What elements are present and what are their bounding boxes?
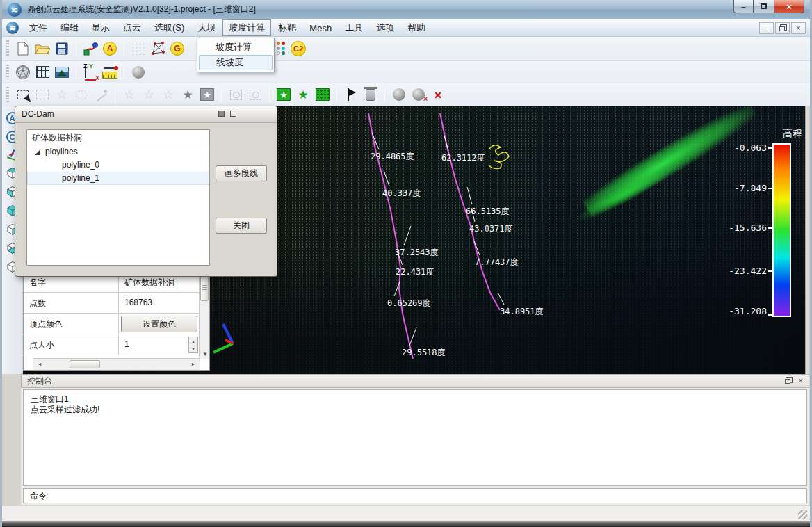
grid-icon[interactable] xyxy=(33,63,52,81)
menu-dam[interactable]: 大坝 xyxy=(191,19,222,36)
label-leader-lines xyxy=(372,133,504,346)
annotation-a-icon[interactable]: A xyxy=(100,40,120,58)
save-icon[interactable] xyxy=(52,40,72,58)
lasso-select-icon[interactable] xyxy=(72,86,91,104)
property-hscrollbar[interactable]: ◄ ► xyxy=(33,358,200,370)
tree-node-polyline0[interactable]: polyline_0 xyxy=(27,159,209,172)
menu-select[interactable]: 选取(S) xyxy=(148,19,190,36)
sphere-tool-icon[interactable] xyxy=(389,86,409,104)
menu-mesh[interactable]: Mesh xyxy=(303,21,338,35)
cancel-delete-icon[interactable]: × xyxy=(428,86,448,104)
delete-selection-icon[interactable] xyxy=(361,86,380,104)
c2-transform-icon[interactable]: C2 xyxy=(289,40,308,58)
angle-label: 66.5135度 xyxy=(466,206,510,218)
dcdam-title-text: DC-Dam xyxy=(22,109,54,119)
keep-selection-icon[interactable]: ★ xyxy=(274,86,293,104)
mdi-minimize-button[interactable]: – xyxy=(759,22,774,34)
open-file-icon[interactable] xyxy=(33,40,52,58)
point-size-spinner[interactable]: ▴▾ xyxy=(188,337,198,353)
yellow-scribble xyxy=(489,145,509,169)
flag-icon[interactable] xyxy=(341,86,361,104)
console-float-icon[interactable] xyxy=(785,379,790,384)
vscroll-thumb[interactable] xyxy=(200,273,209,301)
console-line: 点云采样过滤成功! xyxy=(31,405,799,415)
viewport-scrollbar[interactable] xyxy=(805,106,812,374)
mdi-restore-button[interactable] xyxy=(775,22,790,34)
console-close-icon[interactable]: × xyxy=(799,377,803,384)
set-color-button[interactable]: 设置颜色 xyxy=(121,316,197,332)
toolbar-separator xyxy=(124,65,124,80)
sphere-remove-icon[interactable]: × xyxy=(409,86,428,104)
crop-inside-icon[interactable] xyxy=(226,86,245,104)
menu-file[interactable]: 文件 xyxy=(23,19,54,36)
select-add-icon[interactable]: ☆ xyxy=(120,86,139,104)
rectangle-select-icon[interactable] xyxy=(33,86,52,104)
minimize-button[interactable]: – xyxy=(733,0,754,13)
render-sphere-icon[interactable] xyxy=(129,63,148,81)
hscroll-thumb[interactable] xyxy=(70,360,100,368)
new-file-icon[interactable] xyxy=(13,40,33,58)
select-region-icon[interactable]: ★ xyxy=(197,86,217,104)
mdi-close-button[interactable]: × xyxy=(791,22,806,34)
select-all-icon[interactable]: ★ xyxy=(178,86,197,104)
sparse-points-icon[interactable] xyxy=(129,40,148,58)
hscroll-left-icon[interactable]: ◄ xyxy=(35,360,44,368)
titlebar[interactable]: ≋ 鼎创点云处理系统(安全监测)V2.1.0[32]-1.project - [… xyxy=(2,0,810,19)
dcdam-pin-icon[interactable] xyxy=(218,111,225,117)
console-titlebar[interactable]: 控制台 × xyxy=(21,374,809,388)
menu-target[interactable]: 标靶 xyxy=(272,19,302,36)
dcdam-titlebar[interactable]: DC-Dam xyxy=(15,106,277,123)
menu-item-line-slope[interactable]: 线坡度 xyxy=(199,55,273,70)
polyline-pick-icon[interactable] xyxy=(91,86,111,104)
menu-item-slope-calc[interactable]: 坡度计算 xyxy=(199,40,273,55)
mdi-window-controls: – × xyxy=(759,22,806,34)
hscroll-right-icon[interactable]: ► xyxy=(188,360,198,368)
menu-display[interactable]: 显示 xyxy=(86,19,116,36)
menu-slope-calc[interactable]: 坡度计算 xyxy=(222,19,271,36)
terrain-image-icon[interactable] xyxy=(52,63,72,81)
property-vscrollbar[interactable]: ▼ xyxy=(199,272,209,359)
command-input[interactable]: 命令: xyxy=(23,488,807,503)
point-size-field[interactable]: 1 ▴▾ xyxy=(119,334,200,355)
mdi-child-icon[interactable]: ≋ xyxy=(6,22,19,34)
property-table: 名字 矿体数据补洞 点数 168763 顶点颜色 设置颜色 点大小 1 ▴▾ ▼ xyxy=(23,271,210,371)
toolbar-selection: ☆ ☆ ☆ ☆ ★ ★ ★ ★ × × xyxy=(2,83,810,106)
menu-options[interactable]: 选项 xyxy=(370,19,400,36)
menu-pointcloud[interactable]: 点云 xyxy=(117,19,147,36)
menu-edit[interactable]: 编辑 xyxy=(54,19,85,36)
geoid-g-icon[interactable]: G xyxy=(168,40,187,58)
dcdam-float-icon[interactable] xyxy=(230,111,236,117)
green-star-icon[interactable]: ★ xyxy=(293,86,313,104)
menu-help[interactable]: 帮助 xyxy=(401,19,432,36)
window-title: 鼎创点云处理系统(安全监测)V2.1.0[32]-1.project - [三维… xyxy=(27,3,256,15)
toolbar-separator xyxy=(221,87,222,102)
pick-cursor-icon[interactable] xyxy=(13,86,33,104)
segment-points-icon[interactable] xyxy=(313,86,332,104)
toolbar-grip[interactable] xyxy=(6,65,9,80)
close-button[interactable]: × xyxy=(774,0,804,13)
select-subtract-icon[interactable]: ☆ xyxy=(139,86,159,104)
vscroll-down-icon[interactable]: ▼ xyxy=(202,351,208,357)
tree-node-ploylines[interactable]: ploylines xyxy=(27,145,209,159)
draw-polyline-button[interactable]: 画多段线 xyxy=(216,165,267,181)
angle-label: 40.337度 xyxy=(382,188,421,200)
resize-grip[interactable] xyxy=(798,510,807,519)
polygon-select-icon[interactable]: ☆ xyxy=(52,86,72,104)
toolbar-separator xyxy=(336,87,337,102)
close-panel-button[interactable]: 关闭 xyxy=(216,218,267,234)
expander-icon[interactable] xyxy=(35,149,40,155)
angle-label: 37.2543度 xyxy=(395,247,439,259)
registration-icon[interactable] xyxy=(81,40,100,58)
measure-icon[interactable] xyxy=(100,63,120,81)
crop-outside-icon[interactable] xyxy=(245,86,265,104)
tree-node-polyline1[interactable]: polyline_1 xyxy=(27,172,209,185)
polyhedron-icon[interactable] xyxy=(13,63,33,81)
coordinate-axes-icon[interactable]: ZYX xyxy=(81,63,100,81)
toolbar-separator xyxy=(124,40,124,57)
wireframe-mesh-icon[interactable] xyxy=(148,40,168,58)
toolbar-grip[interactable] xyxy=(6,40,9,57)
maximize-button[interactable] xyxy=(754,0,774,13)
toolbar-grip[interactable] xyxy=(6,87,9,102)
select-invert-icon[interactable]: ☆ xyxy=(159,86,178,104)
menu-tools[interactable]: 工具 xyxy=(339,19,369,36)
